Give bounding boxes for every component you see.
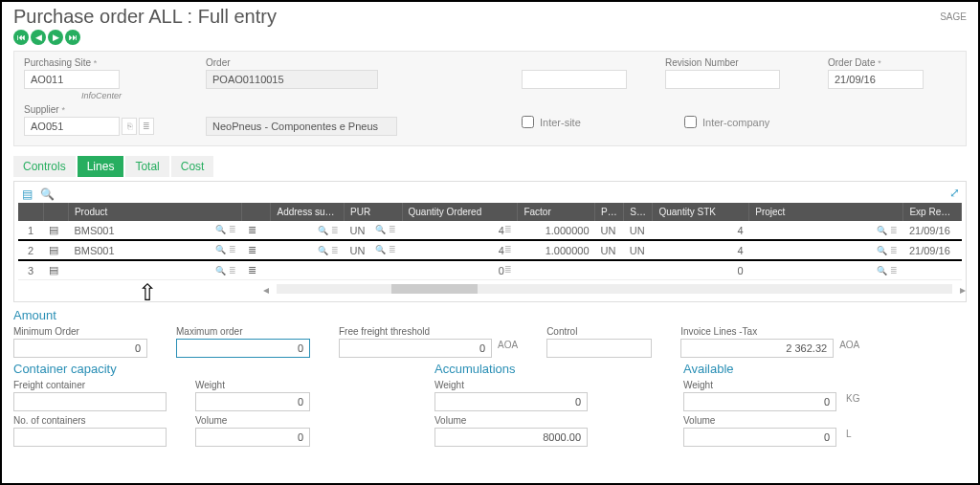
revision-input[interactable] bbox=[665, 70, 780, 89]
container-section-title: Container capacity bbox=[13, 362, 358, 376]
nav-prev-icon[interactable]: ◀ bbox=[31, 30, 46, 45]
col-p[interactable]: P… bbox=[595, 203, 624, 221]
avail-section-title: Available bbox=[683, 362, 894, 376]
lookup-icon[interactable]: 🔍 ≣ bbox=[318, 246, 339, 255]
revision-label: Revision Number bbox=[665, 57, 799, 68]
free-freight-unit: AOA bbox=[498, 326, 518, 358]
scroll-left-icon[interactable]: ◂ bbox=[263, 283, 269, 297]
invoice-lines-input[interactable] bbox=[680, 339, 834, 358]
col-product[interactable]: Product bbox=[68, 203, 241, 221]
lookup-icon[interactable]: 🔍 ≣ bbox=[877, 226, 898, 235]
supplier-list-icon[interactable]: ≣ bbox=[139, 118, 154, 135]
row-extra-icon[interactable]: ≣ bbox=[242, 221, 271, 240]
avail-volume-input[interactable] bbox=[683, 428, 836, 447]
order-date-input[interactable] bbox=[828, 70, 924, 89]
col-exp[interactable]: Exp Rec Date bbox=[903, 203, 962, 221]
row-extra-icon[interactable]: ≣ bbox=[242, 240, 271, 260]
purchasing-site-input[interactable] bbox=[24, 70, 120, 89]
supplier-input[interactable] bbox=[24, 117, 120, 136]
order-date-label: Order Date bbox=[828, 57, 875, 68]
scroll-right-icon[interactable]: ▸ bbox=[960, 283, 966, 297]
row-extra-icon[interactable]: ≣ bbox=[242, 260, 271, 280]
col-project[interactable]: Project bbox=[749, 203, 903, 221]
grid-search-icon[interactable]: 🔍 bbox=[40, 187, 55, 201]
control-input[interactable] bbox=[546, 339, 652, 358]
supplier-lookup-icon[interactable]: ⎘ bbox=[122, 118, 137, 135]
freight-container-input[interactable] bbox=[13, 392, 167, 411]
accum-section-title: Accumulations bbox=[434, 362, 607, 376]
col-s[interactable]: S… bbox=[624, 203, 653, 221]
avail-volume-unit: L bbox=[846, 415, 852, 447]
intersite-checkbox[interactable]: Inter-site bbox=[522, 116, 581, 128]
container-weight-input[interactable] bbox=[195, 392, 310, 411]
purchasing-site-label: Purchasing Site bbox=[24, 57, 91, 68]
lookup-icon[interactable]: 🔍 ≣ bbox=[375, 245, 396, 254]
tab-total[interactable]: Total bbox=[125, 156, 168, 177]
nav-first-icon[interactable]: ⏮ bbox=[13, 30, 29, 45]
lookup-icon[interactable]: 🔍 ≣ bbox=[215, 245, 236, 254]
intercompany-checkbox[interactable]: Inter-company bbox=[684, 116, 769, 128]
table-row[interactable]: 3 ▤ 🔍 ≣ ≣ 0 ≣ 0 🔍 ≣ bbox=[18, 260, 962, 280]
tab-cost[interactable]: Cost bbox=[171, 156, 214, 177]
scroll-thumb[interactable] bbox=[391, 284, 478, 294]
nav-next-icon[interactable]: ▶ bbox=[48, 30, 63, 45]
col-qtyo[interactable]: Quantity Ordered bbox=[402, 203, 518, 221]
col-factor[interactable]: Factor bbox=[518, 203, 595, 221]
nav-last-icon[interactable]: ⏭ bbox=[65, 30, 80, 45]
accum-volume-input[interactable] bbox=[434, 428, 588, 447]
expand-icon[interactable]: ⤢ bbox=[949, 186, 960, 200]
no-containers-input[interactable] bbox=[13, 428, 167, 447]
lookup-icon[interactable]: 🔍 ≣ bbox=[215, 225, 236, 234]
grid-hscroll[interactable]: ◂ ▸ bbox=[277, 284, 952, 294]
table-row[interactable]: 2 ▤ BMS001🔍 ≣ ≣ 🔍 ≣ UN🔍 ≣ 4 ≣ 1.000000 U… bbox=[18, 240, 962, 260]
col-addr[interactable]: Address sub-c… bbox=[271, 203, 345, 221]
lines-grid: Product Address sub-c… PUR Quantity Orde… bbox=[18, 203, 962, 280]
lookup-icon[interactable]: 🔍 ≣ bbox=[877, 266, 898, 276]
infocenter-link[interactable]: InfoCenter bbox=[81, 91, 177, 100]
supplier-name-input bbox=[206, 117, 397, 136]
tab-controls[interactable]: Controls bbox=[13, 156, 76, 177]
max-order-input[interactable] bbox=[176, 339, 310, 358]
supplier-label: Supplier bbox=[24, 104, 59, 115]
order-input[interactable] bbox=[206, 70, 378, 89]
col-pur[interactable]: PUR bbox=[345, 203, 402, 221]
order-label: Order bbox=[206, 57, 493, 68]
row-menu-icon[interactable]: ▤ bbox=[43, 240, 68, 260]
row-menu-icon[interactable]: ▤ bbox=[43, 260, 68, 280]
amount-section-title: Amount bbox=[13, 308, 967, 322]
avail-weight-unit: KG bbox=[846, 380, 859, 411]
table-row[interactable]: 1 ▤ BMS001🔍 ≣ ≣ 🔍 ≣ UN🔍 ≣ 4 ≣ 1.000000 U… bbox=[18, 221, 962, 240]
header-panel: Purchasing Site * InfoCenter Order Revis… bbox=[13, 51, 967, 146]
invoice-unit: AOA bbox=[839, 326, 859, 358]
free-freight-input[interactable] bbox=[339, 339, 492, 358]
col-qtystk[interactable]: Quantity STK bbox=[653, 203, 749, 221]
container-volume-input[interactable] bbox=[195, 428, 310, 447]
min-order-input[interactable] bbox=[13, 339, 147, 358]
lines-panel: ⤢ ▤ 🔍 Product Address sub-c… PUR Quantit… bbox=[13, 181, 967, 302]
lookup-icon[interactable]: 🔍 ≣ bbox=[877, 246, 898, 255]
blank-input[interactable] bbox=[522, 70, 627, 89]
brand-label: SAGE bbox=[940, 11, 967, 22]
lookup-icon[interactable]: 🔍 ≣ bbox=[215, 266, 236, 276]
grid-card-icon[interactable]: ▤ bbox=[22, 187, 33, 201]
page-title: Purchase order ALL : Full entry bbox=[13, 6, 277, 28]
lookup-icon[interactable]: 🔍 ≣ bbox=[375, 225, 396, 234]
accum-weight-input[interactable] bbox=[434, 392, 588, 411]
lookup-icon[interactable]: 🔍 ≣ bbox=[318, 226, 339, 235]
avail-weight-input[interactable] bbox=[683, 392, 836, 411]
row-menu-icon[interactable]: ▤ bbox=[43, 221, 68, 240]
tab-lines[interactable]: Lines bbox=[78, 156, 124, 177]
